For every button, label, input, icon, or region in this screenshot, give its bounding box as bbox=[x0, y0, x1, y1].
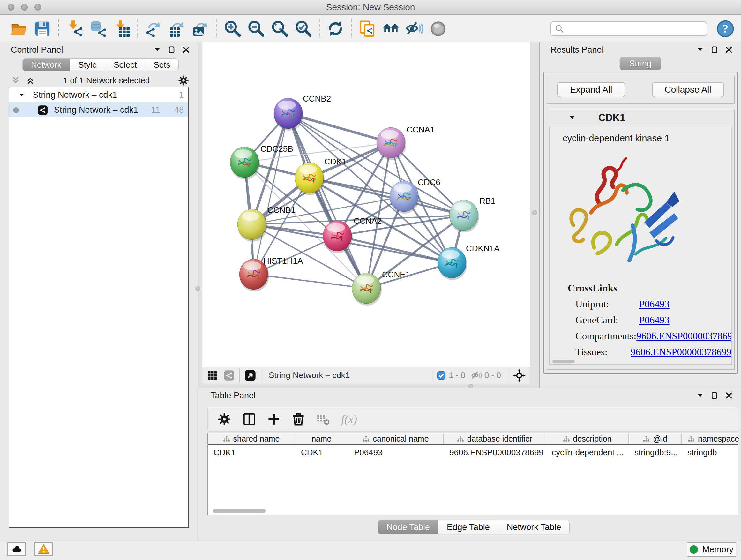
column-header--id[interactable]: @id bbox=[629, 433, 682, 444]
delete-column-icon[interactable] bbox=[291, 412, 306, 426]
network-node-cdkn1a[interactable] bbox=[437, 247, 467, 280]
crosslink-link[interactable]: P06493 bbox=[639, 314, 670, 326]
network-node-cdc25b[interactable] bbox=[230, 147, 260, 179]
collapse-all-networks-icon[interactable] bbox=[11, 76, 20, 85]
import-network-database-button[interactable] bbox=[88, 18, 108, 39]
grid-view-icon[interactable] bbox=[207, 370, 218, 381]
add-column-icon[interactable] bbox=[267, 413, 280, 426]
string-copy-button[interactable] bbox=[357, 18, 378, 39]
tab-edge-table[interactable]: Edge Table bbox=[438, 520, 498, 535]
column-header-description[interactable]: description bbox=[546, 433, 629, 444]
tab-style[interactable]: Style bbox=[70, 58, 105, 71]
table-cell[interactable]: stringdb bbox=[682, 445, 741, 459]
column-header-namespace[interactable]: namespace bbox=[682, 433, 741, 444]
tab-node-table[interactable]: Node Table bbox=[378, 520, 439, 535]
table-cell[interactable]: stringdb:9... bbox=[629, 445, 682, 459]
column-header-canonical-name[interactable]: canonical name bbox=[348, 433, 444, 444]
save-session-button[interactable] bbox=[32, 18, 53, 39]
sphere-button[interactable] bbox=[428, 18, 448, 39]
warnings-button[interactable] bbox=[35, 543, 53, 556]
crosslink-link[interactable]: P06493 bbox=[639, 362, 670, 365]
table-cell[interactable]: CDK1 bbox=[295, 445, 348, 459]
collection-expand-icon[interactable] bbox=[18, 91, 25, 99]
table-cell[interactable]: 9606.ENSP00000378699 bbox=[444, 445, 546, 459]
expand-all-networks-icon[interactable] bbox=[25, 76, 35, 85]
right-splitter-handle[interactable] bbox=[532, 210, 537, 215]
table-close-icon[interactable] bbox=[725, 392, 733, 399]
table-options-gear-icon[interactable] bbox=[217, 412, 231, 426]
network-node-ccnb2[interactable] bbox=[274, 98, 304, 131]
search-box[interactable] bbox=[550, 21, 707, 36]
column-header-database-identifier[interactable]: database identifier bbox=[444, 433, 546, 444]
entry-collapse-icon[interactable] bbox=[568, 114, 576, 122]
left-splitter-handle[interactable] bbox=[195, 286, 200, 291]
refresh-button[interactable] bbox=[325, 18, 346, 39]
panel-close-icon[interactable] bbox=[182, 46, 190, 54]
results-scrollbar-thumb[interactable] bbox=[552, 360, 575, 363]
expand-all-button[interactable]: Expand All bbox=[557, 82, 625, 98]
table-cell[interactable]: CDK1 bbox=[208, 445, 295, 459]
panel-float-icon[interactable] bbox=[167, 46, 176, 54]
open-session-button[interactable] bbox=[9, 18, 29, 39]
column-header-shared-name[interactable]: shared name bbox=[208, 433, 295, 444]
column-header-name[interactable]: name bbox=[295, 433, 348, 444]
shared-column-icon bbox=[362, 435, 369, 442]
zoom-selected-button[interactable] bbox=[293, 18, 314, 39]
memory-button[interactable]: Memory bbox=[687, 542, 736, 557]
pan-crosshair-icon[interactable] bbox=[513, 369, 526, 382]
results-float-icon[interactable] bbox=[711, 46, 719, 54]
crosslink-link[interactable]: P06493 bbox=[639, 299, 670, 310]
export-network-button[interactable] bbox=[143, 18, 164, 39]
zoom-out-button[interactable] bbox=[246, 18, 266, 39]
network-options-gear-icon[interactable] bbox=[178, 75, 189, 86]
network-row-selected[interactable]: String Network – cdk1 11 48 bbox=[9, 103, 188, 118]
network-node-cdc6[interactable] bbox=[390, 181, 419, 213]
network-view-icon[interactable] bbox=[223, 370, 235, 381]
search-input[interactable] bbox=[564, 23, 703, 34]
network-node-rb1[interactable] bbox=[449, 200, 479, 233]
table-scrollbar-thumb[interactable] bbox=[213, 509, 266, 513]
tab-network[interactable]: Network bbox=[22, 58, 70, 71]
network-node-ccna2[interactable] bbox=[323, 221, 353, 253]
crosslink-label: Pharos: bbox=[576, 362, 639, 365]
table-row[interactable]: CDK1CDK1P064939606.ENSP00000378699cyclin… bbox=[208, 445, 738, 459]
network-canvas[interactable]: CCNB2CCNA1CDC25BCDK1CDC6RB1CCNB1CCNA2CDK… bbox=[202, 43, 530, 367]
table-menu-icon[interactable] bbox=[696, 392, 704, 399]
cloud-button[interactable] bbox=[7, 543, 25, 556]
help-button[interactable]: ? bbox=[716, 19, 735, 38]
table-cell[interactable]: cyclin-dependent ... bbox=[546, 445, 629, 459]
import-table-file-button[interactable] bbox=[111, 18, 132, 39]
tab-network-table[interactable]: Network Table bbox=[498, 520, 570, 535]
selected-nodes-checkbox[interactable] bbox=[436, 371, 446, 380]
hidden-eye-icon[interactable] bbox=[471, 370, 482, 381]
export-table-button[interactable] bbox=[167, 18, 187, 39]
network-node-cdk1[interactable] bbox=[295, 163, 325, 195]
table-float-icon[interactable] bbox=[711, 391, 719, 400]
tab-sets[interactable]: Sets bbox=[145, 58, 179, 71]
network-node-ccne1[interactable] bbox=[352, 273, 382, 306]
node-details-header[interactable]: CDK1 bbox=[547, 110, 734, 125]
results-close-icon[interactable] bbox=[725, 46, 733, 54]
selected-counts: 1 - 0 bbox=[449, 370, 465, 380]
table-cell[interactable]: P06493 bbox=[348, 445, 444, 459]
panel-menu-icon[interactable] bbox=[153, 46, 161, 54]
birdseye-view-icon[interactable] bbox=[244, 369, 256, 381]
show-columns-icon[interactable] bbox=[242, 412, 256, 426]
neighborhood-button[interactable] bbox=[381, 18, 401, 39]
network-collection-row[interactable]: String Network – cdk1 1 bbox=[9, 87, 188, 103]
crosslink-link[interactable]: 9606.ENSP00000378699 bbox=[636, 330, 732, 342]
collapse-all-button[interactable]: Collapse All bbox=[652, 82, 724, 98]
tab-string[interactable]: String bbox=[619, 57, 661, 70]
results-menu-icon[interactable] bbox=[696, 46, 704, 54]
node-label-ccnb2: CCNB2 bbox=[303, 94, 331, 104]
network-edge-ccnb2-hist1h1a[interactable] bbox=[254, 113, 288, 274]
import-network-file-button[interactable] bbox=[64, 18, 84, 39]
zoom-fit-button[interactable] bbox=[270, 18, 290, 39]
tab-select[interactable]: Select bbox=[105, 58, 145, 71]
export-image-button[interactable] bbox=[191, 18, 211, 39]
network-edge-hist1h1a-ccne1[interactable] bbox=[254, 274, 366, 288]
network-node-ccna1[interactable] bbox=[377, 127, 406, 160]
crosslink-link[interactable]: 9606.ENSP00000378699 bbox=[630, 347, 731, 358]
zoom-in-button[interactable] bbox=[222, 18, 243, 39]
hide-unhide-button[interactable] bbox=[404, 18, 425, 39]
